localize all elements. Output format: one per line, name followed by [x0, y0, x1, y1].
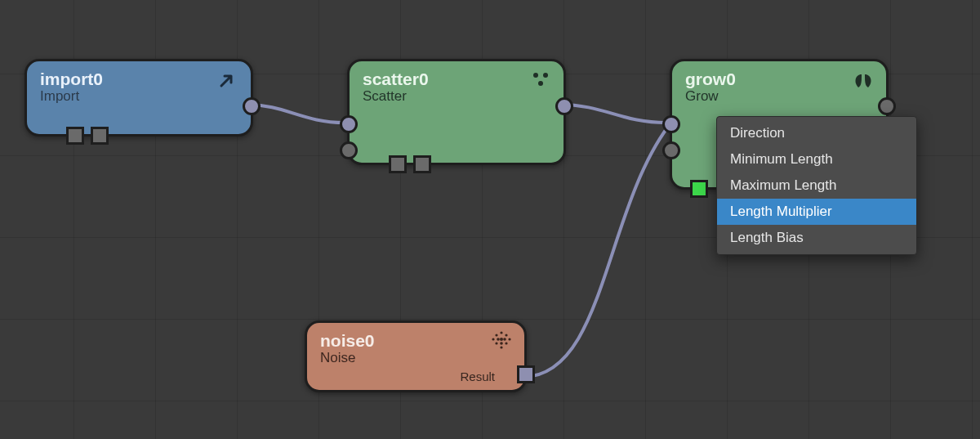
svg-point-3 — [500, 331, 502, 334]
input-port[interactable] — [340, 141, 358, 159]
context-menu[interactable]: Direction Minimum Length Maximum Length … — [716, 116, 917, 255]
menu-item-length-multiplier[interactable]: Length Multiplier — [717, 199, 916, 225]
input-port[interactable] — [662, 115, 680, 133]
node-slot[interactable] — [389, 155, 407, 173]
svg-point-11 — [495, 342, 497, 344]
menu-item-minimum-length[interactable]: Minimum Length — [717, 146, 916, 172]
svg-point-6 — [492, 338, 494, 340]
svg-point-1 — [543, 73, 548, 78]
node-slot[interactable] — [91, 127, 109, 145]
output-slot-result[interactable] — [517, 365, 535, 383]
svg-point-7 — [497, 338, 500, 341]
node-import0[interactable]: import0 Import — [24, 59, 253, 137]
noise-dots-icon — [490, 329, 513, 352]
output-label: Result — [460, 370, 495, 383]
svg-point-4 — [495, 334, 497, 336]
menu-item-length-bias[interactable]: Length Bias — [717, 225, 916, 251]
svg-point-12 — [500, 342, 503, 345]
svg-point-8 — [500, 338, 503, 341]
svg-point-10 — [508, 338, 510, 340]
scatter-dots-icon — [529, 69, 552, 92]
output-port[interactable] — [555, 97, 573, 115]
node-slot-active[interactable] — [690, 180, 708, 198]
node-scatter0[interactable]: scatter0 Scatter — [347, 59, 566, 165]
svg-point-5 — [505, 334, 507, 336]
node-noise0[interactable]: noise0 Noise Result — [305, 320, 527, 392]
input-port[interactable] — [662, 141, 680, 159]
output-port[interactable] — [878, 97, 896, 115]
node-slot[interactable] — [66, 127, 84, 145]
output-port[interactable] — [243, 97, 261, 115]
svg-point-2 — [538, 81, 543, 86]
svg-point-9 — [503, 338, 506, 341]
svg-point-14 — [500, 346, 502, 348]
menu-item-direction[interactable]: Direction — [717, 120, 916, 146]
leaf-icon — [852, 69, 875, 92]
svg-point-13 — [505, 342, 507, 344]
svg-point-0 — [533, 73, 538, 78]
input-port[interactable] — [340, 115, 358, 133]
import-arrow-icon — [216, 69, 239, 92]
node-slot[interactable] — [413, 155, 431, 173]
menu-item-maximum-length[interactable]: Maximum Length — [717, 172, 916, 199]
